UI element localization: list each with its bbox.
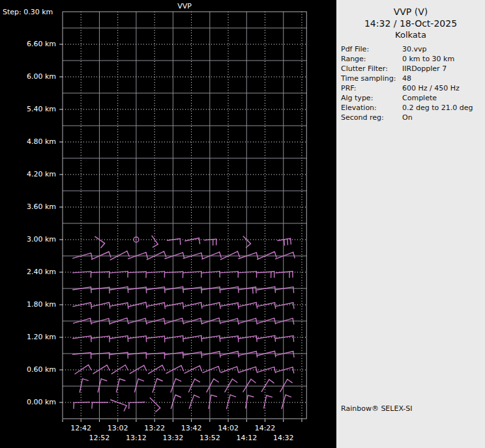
info-field-row: Time sampling:48	[336, 74, 485, 83]
y-tick-label: 6.00 km	[0, 72, 56, 81]
x-tick-label: 13:22	[140, 424, 169, 432]
y-tick-label: 4.20 km	[0, 170, 56, 178]
wind-barb	[167, 238, 180, 244]
x-tick-label: 13:42	[177, 424, 206, 432]
wind-barb	[227, 395, 236, 408]
wind-barb	[220, 272, 239, 277]
wind-barb	[110, 336, 128, 342]
wind-barb	[225, 379, 237, 392]
x-tick-label: 13:02	[104, 424, 132, 432]
x-tick-label: 14:22	[251, 424, 280, 432]
wind-barb	[257, 351, 276, 357]
wind-barb	[111, 400, 126, 411]
wind-barb	[220, 303, 239, 309]
info-field-value: 600 Hz / 450 Hz	[402, 83, 460, 93]
wind-barb	[275, 352, 294, 357]
wind-barb	[257, 287, 275, 292]
wind-barb	[150, 398, 160, 412]
wind-barb	[183, 352, 201, 357]
y-tick-label: 1.20 km	[0, 333, 56, 341]
y-tick-label: 2.40 km	[0, 268, 56, 276]
wind-barb	[73, 272, 91, 277]
wind-barb	[276, 272, 293, 277]
wind-barb	[282, 395, 291, 408]
wind-barb-chart	[0, 0, 336, 448]
axis-ticks	[59, 44, 302, 422]
wind-barb	[128, 272, 146, 277]
wind-barb	[276, 252, 295, 259]
wind-barb	[183, 303, 202, 309]
y-tick-label: 3.60 km	[0, 203, 56, 211]
wind-barb	[205, 239, 216, 245]
x-tick-label: 14:02	[214, 424, 242, 432]
grid-lines	[63, 12, 306, 419]
info-field-label: Alg type:	[341, 93, 373, 103]
wind-barb	[147, 336, 165, 342]
wind-barb	[220, 336, 239, 342]
y-tick-label: 5.40 km	[0, 105, 56, 113]
wind-barb	[165, 272, 183, 277]
wind-barb	[147, 318, 165, 324]
product-datetime: 14:32 / 18-Oct-2025	[336, 18, 485, 29]
info-field-value: 0.2 deg to 21.0 deg	[402, 103, 473, 113]
wind-barb	[183, 335, 201, 341]
wind-barb	[73, 336, 91, 342]
wind-barb	[202, 252, 222, 259]
x-tick-label: 13:52	[196, 434, 224, 442]
info-field-row: Second reg:On	[336, 113, 485, 122]
wind-barb	[243, 236, 250, 247]
brand-footer: Rainbow® SELEX-SI	[341, 404, 413, 413]
info-field-label: Range:	[341, 54, 366, 64]
wind-barb	[189, 395, 199, 409]
wind-barb	[220, 287, 239, 292]
wind-barb	[147, 303, 165, 309]
wind-barb	[80, 379, 88, 393]
wind-barb	[92, 402, 108, 408]
info-field-value: Complete	[402, 93, 437, 103]
wind-barb	[261, 380, 274, 392]
wind-barb	[73, 287, 91, 293]
info-field-row: Pdf File:30.vvp	[336, 44, 485, 54]
x-tick-label: 12:52	[85, 434, 113, 442]
wind-barb	[203, 367, 220, 373]
y-tick-label: 1.80 km	[0, 300, 56, 309]
info-field-label: Elevation:	[341, 103, 377, 113]
wind-barb	[92, 252, 111, 260]
wind-barb	[239, 352, 257, 357]
wind-barb	[165, 287, 183, 292]
wind-barb	[110, 251, 129, 260]
wind-barb	[91, 287, 110, 293]
wind-barb	[166, 365, 183, 373]
vvp-chart-region: Step: 0.30 km VVP 6.60 km6.00 km5.40 km4…	[0, 0, 336, 448]
wind-barb	[95, 236, 105, 247]
wind-barb	[221, 367, 239, 372]
wind-barb	[239, 287, 256, 294]
info-panel: VVP (V) 14:32 / 18-Oct-2025 Kolkata Pdf …	[336, 0, 485, 448]
wind-barb	[184, 366, 202, 373]
info-field-label: Clutter Filter:	[341, 64, 388, 74]
wind-barb	[201, 336, 220, 342]
wind-barb	[110, 303, 128, 309]
wind-barb	[207, 379, 218, 392]
wind-barb	[93, 365, 110, 374]
info-field-row: PRF:600 Hz / 450 Hz	[336, 83, 485, 93]
wind-barb	[239, 336, 257, 342]
product-title: VVP (V)	[336, 6, 485, 18]
wind-barb	[280, 380, 292, 392]
wind-barb	[130, 365, 146, 374]
info-field-label: Time sampling:	[341, 74, 396, 83]
wind-barb	[202, 303, 220, 309]
y-tick-label: 6.60 km	[0, 40, 56, 48]
info-field-row: Range:0 km to 30 km	[336, 54, 485, 64]
wind-barb	[91, 303, 110, 309]
info-field-value: 30.vvp	[402, 44, 427, 54]
wind-barb	[147, 287, 165, 293]
wind-barb	[171, 379, 181, 393]
wind-barb	[74, 402, 89, 409]
info-field-label: Second reg:	[341, 113, 384, 122]
wind-barb	[202, 352, 220, 357]
y-tick-label: 0.60 km	[0, 365, 56, 374]
wind-barb	[165, 303, 183, 309]
wind-barb	[153, 378, 162, 392]
wind-barb	[91, 336, 110, 342]
